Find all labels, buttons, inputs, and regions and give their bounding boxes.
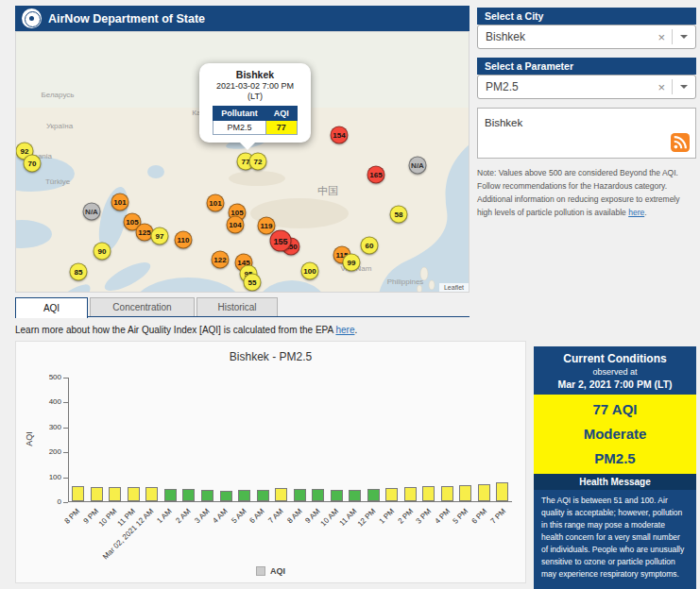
bar-2-pm[interactable] [404,487,417,501]
chart-plot-area [68,378,512,502]
bar-2-am[interactable] [182,489,195,501]
city-select-value: Bishkek [478,30,651,43]
map-attribution[interactable]: Leaflet [439,283,469,292]
bar-1-pm[interactable] [385,488,398,501]
bar-6-pm[interactable] [478,484,490,501]
popup-pollutant-value: PM2.5 [213,121,266,135]
aqi-map-marker-155[interactable]: 155 [270,230,292,252]
map[interactable]: БеларусьУкраїнаRomaniaTürkiyeКазахстан中国… [15,31,470,293]
map-place-label: Україна [46,122,73,130]
y-axis-tick: 200 [29,447,61,456]
current-conditions-panel: Current Conditions observed at Mar 2, 20… [534,346,696,589]
popup-timezone: (LT) [203,92,307,101]
bar-9-am[interactable] [312,489,324,501]
rss-city-label: Bishkek [485,117,522,128]
x-axis-tick-label: 10 PM [97,507,119,529]
bar-11-pm[interactable] [128,487,140,501]
select-city-header: Select a City [477,8,696,25]
x-axis-tick-label: 7 AM [266,507,284,525]
y-axis-tickmark [63,478,68,479]
aqi-map-marker-101[interactable]: 101 [207,194,225,212]
aqi-map-marker-na[interactable]: N/A [83,203,101,221]
popup-city: Bishkek [203,69,307,80]
bar-9-pm[interactable] [91,487,103,501]
note-text: Note: Values above 500 are considered Be… [477,168,680,217]
aqi-map-marker-85[interactable]: 85 [70,263,88,281]
bar-mar-02-2021-12-am[interactable] [145,487,158,501]
x-axis-tick-label: 7 PM [488,507,507,526]
learn-more-text: Learn more about how the Air Quality Ind… [15,325,357,335]
bar-5-am[interactable] [238,490,250,501]
aqi-map-marker-165[interactable]: 165 [367,166,385,184]
select-divider [672,29,673,44]
chevron-down-icon[interactable] [680,85,688,93]
chevron-down-icon[interactable] [680,35,688,42]
x-axis-tick-label: 4 AM [212,507,230,525]
tab-bar: AQIConcentrationHistorical [15,297,470,317]
current-conditions-header: Current Conditions observed at Mar 2, 20… [534,346,696,395]
current-conditions-title: Current Conditions [538,352,692,365]
aqi-map-marker-110[interactable]: 110 [175,231,193,249]
aqi-value: 77 AQI [534,397,696,422]
map-place-label: 中国 [317,184,338,198]
aqi-map-marker-90[interactable]: 90 [94,243,111,261]
popup-col-pollutant: Pollutant [213,107,266,121]
bar-5-pm[interactable] [459,485,471,501]
bar-3-pm[interactable] [422,486,435,501]
aqi-map-marker-99[interactable]: 99 [343,254,361,272]
aqi-map-marker-60[interactable]: 60 [361,237,379,255]
rss-icon[interactable] [671,133,690,152]
bar-7-pm[interactable] [496,482,508,501]
aqi-map-marker-97[interactable]: 97 [151,227,169,245]
chart-title: Bishkek - PM2.5 [16,350,525,363]
x-axis-tick-label: 6 PM [470,507,488,526]
aqi-map-marker-122[interactable]: 122 [212,251,230,269]
parameter-select[interactable]: PM2.5 × [477,75,696,99]
observed-at-label: observed at [538,367,692,377]
aqi-map-marker-104[interactable]: 104 [227,216,245,234]
clear-city-icon[interactable]: × [651,30,672,44]
bar-12-pm[interactable] [367,489,380,501]
aqi-category: Moderate [534,422,696,446]
bar-6-am[interactable] [257,490,269,501]
x-axis-tick-label: 1 AM [156,507,174,525]
y-axis-tick: 0 [29,497,61,506]
x-axis-tick-label: 2 PM [396,507,415,526]
aqi-map-marker-101[interactable]: 101 [111,194,129,211]
aqi-map-marker-70[interactable]: 70 [24,155,42,173]
y-axis-tickmark [63,502,68,503]
bar-10-am[interactable] [331,490,343,501]
x-axis-tick-label: 3 AM [193,507,211,525]
aqi-map-marker-58[interactable]: 58 [390,206,408,224]
note-here-link[interactable]: here [628,208,644,217]
legend-swatch [256,566,265,576]
bar-8-pm[interactable] [72,486,84,501]
bar-1-am[interactable] [164,489,177,501]
bar-4-am[interactable] [220,491,232,501]
parameter-select-value: PM2.5 [478,80,651,93]
bar-3-am[interactable] [201,490,213,501]
clear-parameter-icon[interactable]: × [651,80,672,94]
y-axis-tickmark [63,402,68,403]
epa-here-link[interactable]: here [335,325,354,335]
bar-11-am[interactable] [349,490,361,501]
aqi-map-marker-na[interactable]: N/A [409,157,427,175]
tab-historical[interactable]: Historical [196,297,278,316]
x-axis-tick-label: 8 PM [63,507,82,526]
tab-concentration[interactable]: Concentration [90,297,195,316]
bar-4-pm[interactable] [441,486,453,501]
learn-more-before: Learn more about how the Air Quality Ind… [15,325,335,335]
aqi-pollutant: PM2.5 [534,446,696,471]
aqi-map-marker-55[interactable]: 55 [244,274,262,292]
aqi-map-marker-100[interactable]: 100 [301,262,319,280]
rss-box: Bishkek [477,108,696,159]
bar-7-am[interactable] [275,488,287,501]
app-title: AirNow Department of State [48,12,205,25]
x-axis-tick-label: 10 AM [319,507,340,528]
observed-datetime: Mar 2, 2021 7:00 PM (LT) [538,379,692,390]
aqi-map-marker-154[interactable]: 154 [331,126,349,144]
city-select[interactable]: Bishkek × [477,25,696,49]
bar-8-am[interactable] [294,489,306,501]
tab-aqi[interactable]: AQI [15,297,88,318]
bar-10-pm[interactable] [109,487,121,501]
